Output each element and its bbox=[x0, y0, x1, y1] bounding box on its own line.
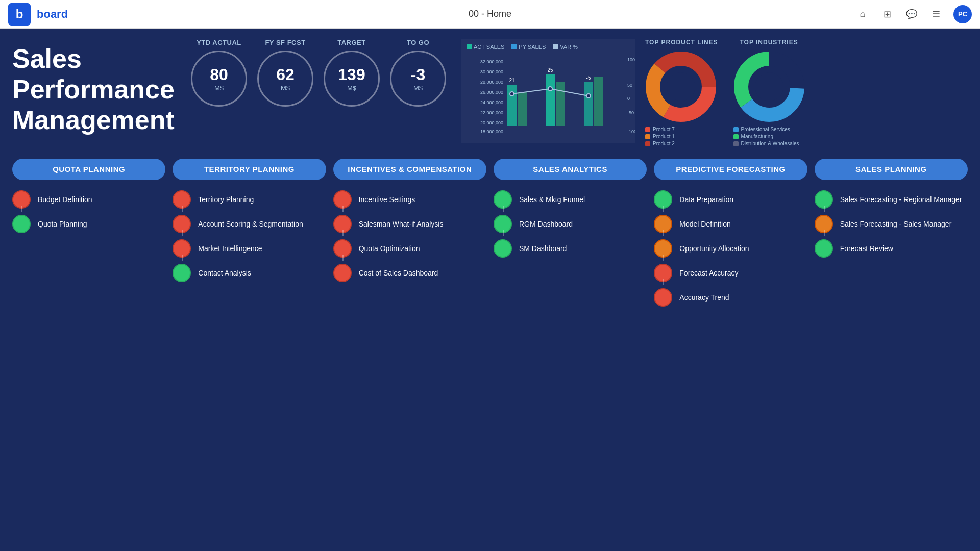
bar-chart-section: ACT SALES PY SALES VAR % 32,000,000 30,0… bbox=[461, 39, 635, 143]
section-card-3: SALES ANALYTICSSales & Mktg FunnelRGM Da… bbox=[494, 159, 647, 541]
list-item[interactable]: Forecast Accuracy bbox=[654, 261, 807, 285]
dot-green bbox=[12, 215, 31, 233]
section-header-5[interactable]: SALES PLANNING bbox=[815, 159, 968, 180]
nav-icons: ⌂ ⊞ 💬 ☰ PC bbox=[855, 5, 972, 23]
list-item[interactable]: Territory Planning bbox=[173, 187, 326, 212]
svg-text:22,000,000: 22,000,000 bbox=[480, 110, 503, 115]
legend-product7: Product 7 bbox=[645, 127, 718, 132]
list-item[interactable]: Salesman What-if Analysis bbox=[333, 212, 486, 236]
legend-product2: Product 2 bbox=[645, 141, 718, 146]
section-cards-row: QUOTA PLANNINGBudget DefinitionQuota Pla… bbox=[12, 159, 968, 541]
section-items-5: Sales Forecasting - Regional ManagerSale… bbox=[815, 187, 968, 261]
dot-green bbox=[494, 239, 512, 258]
section-header-0[interactable]: QUOTA PLANNING bbox=[12, 159, 165, 180]
list-item[interactable]: Model Definition bbox=[654, 212, 807, 236]
item-label: Data Preparation bbox=[679, 195, 733, 204]
item-label: Sales Forecasting - Sales Manager bbox=[840, 219, 952, 229]
industry-donut bbox=[733, 51, 805, 122]
kpi-target-label: TARGET bbox=[337, 39, 365, 46]
section-items-1: Territory PlanningAccount Scoring & Segm… bbox=[173, 187, 326, 285]
svg-text:30,000,000: 30,000,000 bbox=[480, 69, 503, 74]
list-item[interactable]: SM Dashboard bbox=[494, 236, 647, 261]
svg-text:21: 21 bbox=[509, 78, 515, 83]
list-item[interactable]: Data Preparation bbox=[654, 187, 807, 212]
svg-text:-100: -100 bbox=[627, 129, 635, 134]
svg-rect-14 bbox=[518, 92, 527, 126]
dot-green bbox=[173, 264, 191, 282]
list-item[interactable]: Market Intellingence bbox=[173, 236, 326, 261]
section-card-0: QUOTA PLANNINGBudget DefinitionQuota Pla… bbox=[12, 159, 165, 541]
avatar[interactable]: PC bbox=[953, 5, 972, 23]
kpi-fy-label: FY SF FCST bbox=[265, 39, 305, 46]
hero-title: Sales Performance Management bbox=[12, 44, 176, 135]
legend-var: VAR % bbox=[553, 44, 578, 50]
svg-text:100: 100 bbox=[627, 57, 635, 62]
section-card-5: SALES PLANNINGSales Forecasting - Region… bbox=[815, 159, 968, 541]
list-item[interactable]: Incentive Settings bbox=[333, 187, 486, 212]
list-item[interactable]: RGM Dashboard bbox=[494, 212, 647, 236]
list-item[interactable]: Account Scoring & Segmentation bbox=[173, 212, 326, 236]
item-label: Forecast Review bbox=[840, 244, 893, 253]
item-label: Quota Optimization bbox=[359, 244, 420, 253]
logo-icon: b bbox=[8, 3, 31, 26]
dot-red bbox=[654, 288, 672, 307]
section-items-0: Budget DefinitionQuota Planning bbox=[12, 187, 165, 236]
top-sections: TOP PRODUCT LINES Product 7 Product bbox=[645, 39, 805, 146]
legend-prof-services: Professional Services bbox=[733, 127, 805, 132]
kpi-fy: FY SF FCST 62 M$ bbox=[257, 39, 313, 107]
section-items-3: Sales & Mktg FunnelRGM DashboardSM Dashb… bbox=[494, 187, 647, 261]
main-content: Sales Performance Management YTD ACTUAL … bbox=[0, 29, 980, 551]
item-label: Account Scoring & Segmentation bbox=[198, 219, 303, 229]
kpi-target-circle: 139 M$ bbox=[324, 51, 380, 107]
svg-text:18,000,000: 18,000,000 bbox=[480, 129, 503, 134]
list-item[interactable]: Accuracy Trend bbox=[654, 285, 807, 310]
item-label: Cost of Sales Dashboard bbox=[359, 268, 438, 278]
list-item[interactable]: Sales Forecasting - Regional Manager bbox=[815, 187, 968, 212]
kpi-togo-label: TO GO bbox=[407, 39, 429, 46]
kpi-fy-circle: 62 M$ bbox=[257, 51, 313, 107]
section-header-1[interactable]: TERRITORY PLANNING bbox=[173, 159, 326, 180]
topnav: b board 00 - Home ⌂ ⊞ 💬 ☰ PC bbox=[0, 0, 980, 29]
section-card-2: INCENTIVES & COMPENSATIONIncentive Setti… bbox=[333, 159, 486, 541]
item-label: Model Definition bbox=[679, 219, 730, 229]
list-item[interactable]: Budget Definition bbox=[12, 187, 165, 212]
list-item[interactable]: Cost of Sales Dashboard bbox=[333, 261, 486, 285]
item-label: Contact Analysis bbox=[198, 268, 251, 278]
svg-text:24,000,000: 24,000,000 bbox=[480, 100, 503, 105]
item-label: Forecast Accuracy bbox=[679, 268, 738, 278]
kpi-ytd-label: YTD ACTUAL bbox=[197, 39, 241, 46]
section-header-4[interactable]: PREDICTIVE FORECASTING bbox=[654, 159, 807, 180]
list-item[interactable]: Contact Analysis bbox=[173, 261, 326, 285]
svg-text:25: 25 bbox=[547, 67, 553, 73]
menu-icon[interactable]: ☰ bbox=[929, 7, 943, 21]
section-header-3[interactable]: SALES ANALYTICS bbox=[494, 159, 647, 180]
section-header-2[interactable]: INCENTIVES & COMPENSATION bbox=[333, 159, 486, 180]
kpi-ytd: YTD ACTUAL 80 M$ bbox=[191, 39, 247, 107]
chat-icon[interactable]: 💬 bbox=[904, 7, 919, 21]
list-item[interactable]: Sales Forecasting - Sales Manager bbox=[815, 212, 968, 236]
kpi-togo: TO GO -3 M$ bbox=[390, 39, 446, 107]
home-icon[interactable]: ⌂ bbox=[855, 7, 870, 21]
svg-point-22 bbox=[510, 92, 514, 96]
section-items-4: Data PreparationModel DefinitionOpportun… bbox=[654, 187, 807, 310]
list-item[interactable]: Forecast Review bbox=[815, 236, 968, 261]
svg-rect-13 bbox=[507, 85, 517, 126]
item-label: Quota Planning bbox=[38, 219, 87, 229]
list-item[interactable]: Quota Planning bbox=[12, 212, 165, 236]
item-label: Sales & Mktg Funnel bbox=[519, 195, 585, 204]
list-item[interactable]: Sales & Mktg Funnel bbox=[494, 187, 647, 212]
dot-red bbox=[333, 264, 352, 282]
svg-rect-16 bbox=[546, 74, 555, 126]
top-products-title: TOP PRODUCT LINES bbox=[645, 39, 718, 46]
list-item[interactable]: Opportunity Allocation bbox=[654, 236, 807, 261]
kpi-section: YTD ACTUAL 80 M$ FY SF FCST 62 M$ TARGET… bbox=[191, 39, 446, 107]
dot-green bbox=[815, 239, 833, 258]
legend-manufacturing: Manufacturing bbox=[733, 134, 805, 139]
item-label: Budget Definition bbox=[38, 195, 92, 204]
svg-text:50: 50 bbox=[627, 83, 632, 88]
item-label: Market Intellingence bbox=[198, 244, 262, 253]
list-item[interactable]: Quota Optimization bbox=[333, 236, 486, 261]
svg-text:26,000,000: 26,000,000 bbox=[480, 90, 503, 95]
grid-icon[interactable]: ⊞ bbox=[880, 7, 894, 21]
item-label: SM Dashboard bbox=[519, 244, 567, 253]
